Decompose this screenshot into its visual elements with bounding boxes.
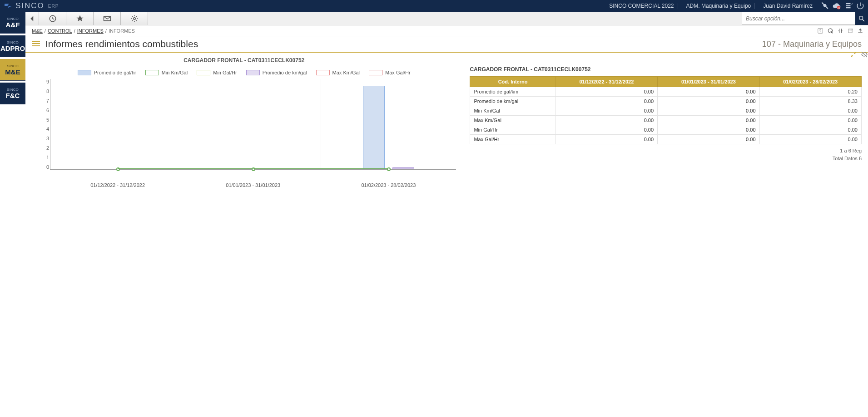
table-cell: 0.00: [759, 116, 861, 125]
module-af[interactable]: SINCOA&F: [0, 12, 25, 34]
table-row: Max Gal/Hr0.000.000.00: [470, 135, 862, 144]
table-cell: 0.00: [658, 116, 759, 125]
row-label: Min Gal/Hr: [470, 125, 556, 135]
chart-plot: 9876543210 01/12/2022 - 31/12/202201/01/…: [50, 79, 456, 179]
page-title-row: Informes rendimientos combustibles 107 -…: [0, 36, 868, 53]
data-table: Cód. Interno01/12/2022 - 31/12/202201/01…: [470, 76, 862, 144]
table-cell: 0.00: [658, 87, 759, 97]
chart-bar: [392, 167, 414, 169]
breadcrumb: M&E/ CONTROL/ INFORMES/ INFORMES ?: [0, 25, 868, 36]
header-user: Juan David Ramírez: [759, 3, 816, 9]
x-axis-label: 01/02/2023 - 28/02/2023: [361, 182, 416, 188]
main-toolbar: [0, 12, 868, 25]
module-me[interactable]: SINCOM&E: [0, 59, 25, 81]
table-cell: 0.00: [556, 135, 657, 144]
tools-icon[interactable]: [821, 2, 829, 10]
table-footer-range: 1 a 6 Reg: [470, 147, 862, 155]
table-header: Cód. Interno: [470, 77, 556, 87]
chart-title: CARGADOR FRONTAL - CAT0311CECLK00752: [32, 57, 456, 64]
legend-item[interactable]: Max Gal/Hr: [369, 70, 411, 75]
table-cell: 0.00: [556, 116, 657, 125]
module-sidebar: SINCOA&F SINCOADPRO SINCOM&E SINCOF&C: [0, 12, 25, 106]
legend-item[interactable]: Max Km/Gal: [316, 70, 360, 75]
legend-label: Min Km/Gal: [162, 70, 188, 75]
search-button[interactable]: [855, 12, 868, 25]
table-cell: 0.00: [759, 125, 861, 135]
sinco-logo-icon: [4, 2, 13, 10]
popout-icon[interactable]: [847, 28, 853, 34]
mail-button[interactable]: [94, 12, 121, 25]
collapse-h-icon[interactable]: [837, 28, 843, 34]
legend-item[interactable]: Promedio de km/gal: [246, 70, 307, 75]
search-input[interactable]: [742, 12, 855, 25]
history-button[interactable]: [39, 12, 66, 25]
content-area: CARGADOR FRONTAL - CAT0311CECLK00752 Pro…: [25, 53, 868, 417]
table-cell: 0.00: [556, 97, 657, 106]
table-cell: 0.00: [658, 125, 759, 135]
module-fc[interactable]: SINCOF&C: [0, 83, 25, 104]
chart-legend: Promedio de gal/hrMin Km/GalMin Gal/HrPr…: [32, 70, 456, 75]
brand-name: SINCO: [15, 1, 45, 10]
table-header: 01/02/2023 - 28/02/2023: [759, 77, 861, 87]
table-cell: 0.00: [556, 106, 657, 116]
svg-text:?: ?: [819, 29, 822, 33]
row-label: Max Gal/Hr: [470, 135, 556, 144]
visibility-off-icon[interactable]: [861, 51, 868, 58]
export-icon[interactable]: [857, 28, 863, 34]
legend-label: Promedio de gal/hr: [94, 70, 136, 75]
settings-button[interactable]: [121, 12, 148, 25]
breadcrumb-link-2[interactable]: INFORMES: [77, 28, 104, 34]
legend-item[interactable]: Min Gal/Hr: [197, 70, 237, 75]
row-label: Max Km/Gal: [470, 116, 556, 125]
table-row: Min Gal/Hr0.000.000.00: [470, 125, 862, 135]
legend-item[interactable]: Min Km/Gal: [145, 70, 188, 75]
row-label: Promedio de km/gal: [470, 97, 556, 106]
x-axis-label: 01/12/2022 - 31/12/2022: [90, 182, 145, 188]
table-row: Min Km/Gal0.000.000.00: [470, 106, 862, 116]
hamburger-icon[interactable]: [32, 41, 40, 47]
legend-label: Max Gal/Hr: [385, 70, 411, 75]
header-area: ADM. Maquinaria y Equipo: [683, 3, 755, 9]
cloud-notif-icon[interactable]: 19: [833, 2, 841, 10]
table-row: Max Km/Gal0.000.000.00: [470, 116, 862, 125]
chart-panel: CARGADOR FRONTAL - CAT0311CECLK00752 Pro…: [32, 57, 456, 192]
refresh-icon[interactable]: [827, 28, 833, 34]
app-header: SINCO ERP SINCO COMERCIAL 2022 ADM. Maqu…: [0, 0, 868, 12]
legend-label: Min Gal/Hr: [213, 70, 237, 75]
svg-marker-0: [5, 4, 12, 8]
power-icon[interactable]: [856, 2, 864, 10]
legend-label: Promedio de km/gal: [263, 70, 307, 75]
header-company: SINCO COMERCIAL 2022: [605, 3, 678, 9]
table-header: 01/12/2022 - 31/12/2022: [556, 77, 657, 87]
chart-bar: [363, 86, 385, 169]
table-panel: CARGADOR FRONTAL - CAT0311CECLK00752 Cód…: [470, 57, 862, 192]
legend-label: Max Km/Gal: [332, 70, 360, 75]
back-button[interactable]: [25, 12, 39, 25]
table-cell: 0.00: [759, 106, 861, 116]
table-cell: 8.33: [759, 97, 861, 106]
table-row: Promedio de gal/km0.000.000.20: [470, 87, 862, 97]
table-cell: 0.00: [556, 87, 657, 97]
module-adpro[interactable]: SINCOADPRO: [0, 35, 25, 57]
expand-icon[interactable]: [850, 51, 857, 58]
table-cell: 0.00: [658, 135, 759, 144]
table-footer-total: Total Datos 6: [470, 155, 862, 162]
favorites-button[interactable]: [66, 12, 94, 25]
table-cell: 0.00: [658, 106, 759, 116]
help-icon[interactable]: ?: [817, 28, 823, 34]
table-cell: 0.00: [556, 125, 657, 135]
table-header: 01/01/2023 - 31/01/2023: [658, 77, 759, 87]
row-label: Min Km/Gal: [470, 106, 556, 116]
svg-point-4: [133, 17, 135, 20]
table-cell: 0.20: [759, 87, 861, 97]
page-context: 107 - Maquinaria y Equipos: [762, 39, 862, 49]
checklist-icon[interactable]: [844, 2, 853, 10]
page-title: Informes rendimientos combustibles: [45, 39, 198, 49]
table-cell: 0.00: [658, 97, 759, 106]
table-title: CARGADOR FRONTAL - CAT0311CECLK00752: [470, 66, 862, 73]
brand-suffix: ERP: [48, 4, 59, 9]
table-cell: 0.00: [759, 135, 861, 144]
breadcrumb-link-1[interactable]: CONTROL: [48, 28, 72, 34]
breadcrumb-link-0[interactable]: M&E: [32, 28, 43, 34]
legend-item[interactable]: Promedio de gal/hr: [78, 70, 136, 75]
